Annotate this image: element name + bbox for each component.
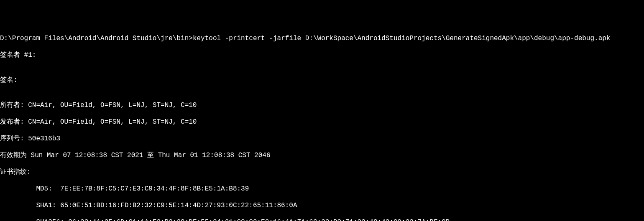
prompt-path: D:\Program Files\Android\Android Studio\…	[0, 35, 193, 42]
signer-header: 签名者 #1:	[0, 51, 644, 59]
cert-issuer: 发布者: CN=Air, OU=Field, O=FSN, L=NJ, ST=N…	[0, 118, 644, 126]
cert-serial: 序列号: 50e316b3	[0, 135, 644, 143]
cert-sha256: SHA256: 06:23:4A:25:6D:C1:1A:F2:B2:28:DE…	[0, 218, 644, 221]
cert-md5: MD5: 7E:EE:7B:8F:C5:C7:E3:C9:34:4F:8F:8B…	[0, 185, 644, 193]
cert-sha1: SHA1: 65:0E:51:BD:16:FD:B2:32:C9:5E:14:4…	[0, 201, 644, 210]
signature-label: 签名:	[0, 76, 644, 84]
command-text: keytool -printcert -jarfile D:\WorkSpace…	[193, 35, 611, 42]
cert-validity: 有效期为 Sun Mar 07 12:08:38 CST 2021 至 Thu …	[0, 151, 644, 160]
cert-owner: 所有者: CN=Air, OU=Field, O=FSN, L=NJ, ST=N…	[0, 101, 644, 109]
cert-fingerprints-label: 证书指纹:	[0, 168, 644, 176]
command-prompt-line[interactable]: D:\Program Files\Android\Android Studio\…	[0, 34, 644, 43]
